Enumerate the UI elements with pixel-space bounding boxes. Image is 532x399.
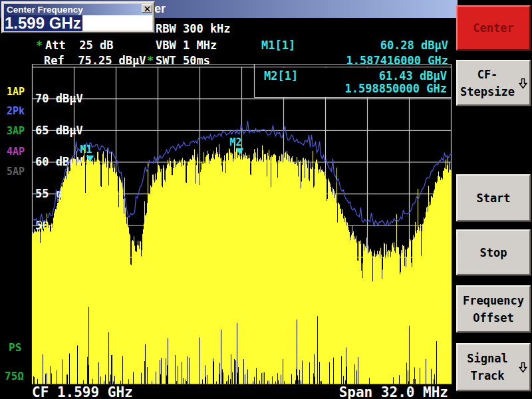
- marker-M1-label: M1: [80, 144, 92, 156]
- att-label: Att: [45, 39, 66, 52]
- rbw-readout: RBW 300 kHz: [156, 22, 231, 35]
- rbw-value: RBW 300 kHz: [156, 22, 231, 35]
- trace-label-2Pk: 2Pk: [7, 105, 32, 117]
- swt-readout: SWT 50ms: [156, 54, 210, 67]
- dialog-close-button[interactable]: [142, 4, 152, 13]
- marker1-level: 60.28 dBµV: [380, 39, 448, 52]
- vbw-readout: VBW 1 MHz: [156, 39, 217, 52]
- softkey-signal-track[interactable]: SignalTrack: [456, 343, 531, 391]
- trace1-filled-spectrum: [33, 142, 452, 384]
- y-axis-label: 70 dBµV: [35, 92, 83, 105]
- softkey-stop[interactable]: Stop: [456, 229, 531, 275]
- trace-label-3AP: 3AP: [7, 125, 32, 137]
- marker2-level: 61.43 dBµV: [379, 69, 447, 82]
- trace-label-4AP: 4AP: [7, 146, 32, 158]
- submenu-down-arrow-icon: [519, 78, 527, 89]
- span-readout: Span 32.0 MHz: [339, 384, 448, 399]
- input-selected-text: 1.599 GHz: [4, 15, 82, 31]
- marker1-freq: 1.587416000 GHz: [346, 54, 448, 67]
- vbw-value: VBW 1 MHz: [156, 39, 217, 52]
- marker2-freq: 1.598850000 GHz: [344, 82, 447, 95]
- softkey-center[interactable]: Center: [456, 5, 531, 51]
- att-coupled-star: *: [36, 39, 43, 52]
- softkey-start[interactable]: Start: [456, 174, 531, 221]
- softkey-cf-stepsize[interactable]: CF-Stepsize: [456, 60, 531, 106]
- center-frequency-dialog: Center Frequency 1.599 GHz: [1, 1, 155, 33]
- close-icon: [144, 6, 150, 12]
- submenu-down-arrow-icon: [519, 362, 527, 373]
- marker1-name: M1[1]: [261, 39, 295, 52]
- ref-value: 75.25 dBµV: [78, 54, 146, 67]
- swt-coupled-star-icon: *: [147, 54, 154, 67]
- att-value: 25 dB: [79, 39, 113, 52]
- dialog-title-text: Center Frequency: [7, 5, 83, 15]
- softkey-frequency-offset[interactable]: FrequencyOffset: [456, 285, 531, 332]
- ref-level-readout: Ref 75.25 dBµV: [44, 54, 146, 67]
- softkey-label: Center: [458, 19, 529, 37]
- att-coupled-star-icon: *: [36, 39, 43, 52]
- impedance-flag: 75Ω: [5, 370, 24, 382]
- softkey-label: Offset: [458, 309, 529, 327]
- trace-label-1AP: 1AP: [7, 86, 32, 98]
- ps-flag: PS: [9, 341, 21, 354]
- frequency-input[interactable]: 1.599 GHz: [4, 15, 152, 31]
- marker2-name: M2[1]: [264, 69, 298, 82]
- bottom-bar: CF 1.599 GHz Span 32.0 MHz: [0, 384, 532, 399]
- attenuation-readout: Att 25 dB: [45, 39, 113, 52]
- swt-value: SWT 50ms: [156, 54, 210, 67]
- y-axis-label: 65 dBµV: [35, 124, 83, 137]
- softkey-label: Frequency: [458, 292, 529, 309]
- trace-label-5AP: 5AP: [7, 166, 32, 178]
- swt-coupled-star: *: [147, 54, 154, 67]
- center-frequency-readout: CF 1.599 GHz: [32, 384, 133, 399]
- softkey-label: Stop: [458, 244, 529, 261]
- marker-M2-label: M2: [230, 136, 242, 148]
- softkey-label: Start: [458, 190, 529, 207]
- ref-label: Ref: [44, 54, 65, 67]
